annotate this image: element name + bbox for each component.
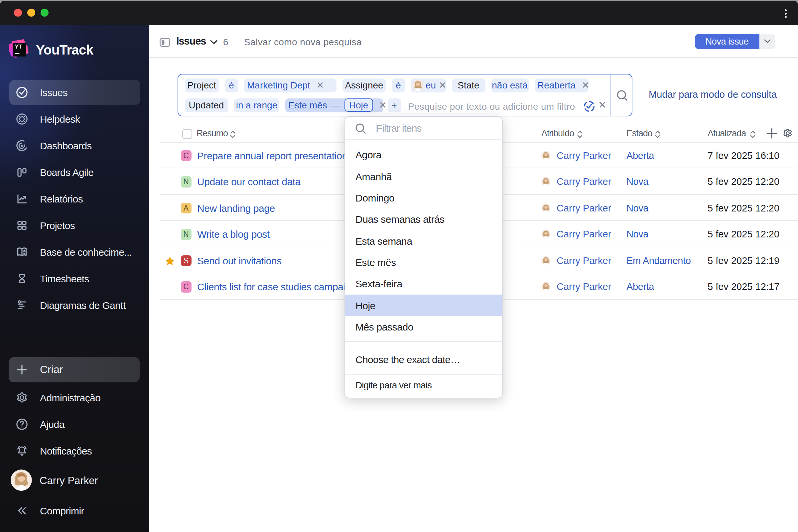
svg-text:YT: YT xyxy=(14,43,22,50)
